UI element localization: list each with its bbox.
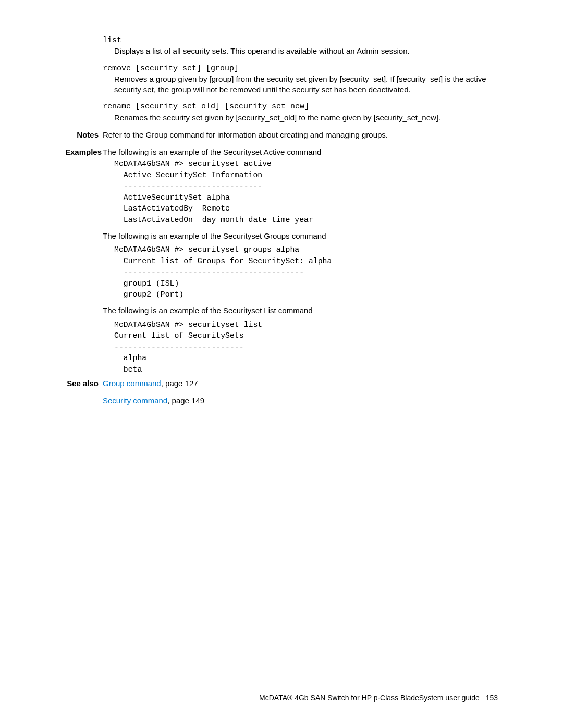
see-also-label: See also [65,378,103,389]
operand-desc: Renames the security set given by [secur… [114,113,498,123]
notes-section: Notes Refer to the Group command for inf… [103,130,498,140]
operand-term: remove [security_set] [group] [103,64,498,74]
page-footer: McDATA® 4Gb SAN Switch for HP p-Class Bl… [259,693,498,703]
examples-intro-3: The following is an example of the Secur… [103,305,498,316]
operand-term: rename [security_set_old] [security_set_… [103,102,498,112]
code-block-active: McDATA4GbSAN #> securityset active Activ… [114,158,498,226]
notes-label: Notes [65,130,103,140]
page-number: 153 [486,694,498,702]
see-also-suffix-2: , page 149 [167,396,204,405]
examples-section: Examples The following is an example of … [103,147,498,157]
operand-desc: Removes a group given by [group] from th… [114,74,498,95]
see-also-link-group[interactable]: Group command [103,379,161,388]
examples-intro-1: The following is an example of the Secur… [103,147,498,157]
operand-rename: rename [security_set_old] [security_set_… [103,102,498,123]
see-also-suffix-1: , page 127 [161,379,198,388]
operand-remove: remove [security_set] [group] Removes a … [103,64,498,95]
footer-text: McDATA® 4Gb SAN Switch for HP p-Class Bl… [259,694,480,702]
operand-term: list [103,35,498,46]
see-also-line-2: Security command, page 149 [103,396,498,406]
code-block-groups: McDATA4GbSAN #> securityset groups alpha… [114,244,498,300]
notes-body: Refer to the Group command for informati… [103,130,498,140]
operand-desc: Displays a list of all security sets. Th… [114,46,498,56]
examples-intro-2: The following is an example of the Secur… [103,231,498,241]
operand-list: list Displays a list of all security set… [103,35,498,57]
see-also-link-security[interactable]: Security command [103,396,167,405]
code-block-list: McDATA4GbSAN #> securityset list Current… [114,319,498,375]
see-also-section: See also Group command, page 127 [103,378,498,392]
examples-label: Examples [65,147,103,157]
